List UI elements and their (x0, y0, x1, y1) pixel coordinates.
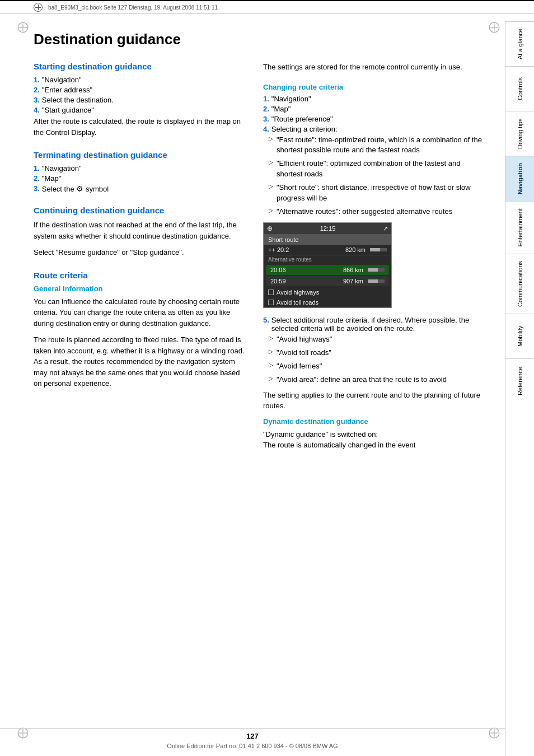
step5-text: Select additional route criteria, if des… (271, 316, 488, 333)
avoid-option-2: "Avoid toll roads" (269, 348, 488, 358)
ss-main-route-row: ++ 20:2 820 km (264, 245, 391, 255)
criteria-item-3: "Short route": short distance, irrespect… (269, 183, 488, 204)
sidebar-tab-mobility[interactable]: Mobility (505, 314, 534, 358)
ss-plus-time: ++ 20:2 (268, 246, 289, 253)
terminating-title: Terminating destination guidance (34, 150, 246, 160)
changing-step-2: 2. "Map" (263, 105, 488, 113)
remote-note: The settings are stored for the remote c… (263, 62, 488, 73)
avoid-options-list: "Avoid highways" "Avoid toll roads" "Avo… (269, 334, 488, 385)
general-para2: The route is planned according to fixed … (34, 334, 246, 389)
ss-bar-alt2 (368, 279, 385, 283)
sidebar-tab-communications[interactable]: Communications (505, 254, 534, 314)
ss-alt2-time: 20:59 (270, 278, 286, 284)
starting-step-4: 4. "Start guidance" (34, 106, 246, 114)
sidebar-tab-navigation[interactable]: Navigation (505, 156, 534, 201)
ss-short-route-label: Short route (268, 236, 298, 243)
page-number: 127 (0, 732, 505, 740)
sidebar-tab-entertainment[interactable]: Entertainment (505, 201, 534, 253)
crosshair-icon-top (34, 3, 43, 12)
ss-checkbox-highways: Avoid highways (264, 287, 391, 297)
changing-subtitle: Changing route criteria (263, 83, 488, 91)
footer: 127 Online Edition for Part no. 01 41 2 … (0, 728, 505, 749)
ss-time: 12:15 (320, 225, 336, 232)
terminating-step-1: 1. "Navigation" (34, 164, 246, 172)
starting-step-3: 3. Select the destination. (34, 96, 246, 104)
avoid-option-3: "Avoid ferries" (269, 361, 488, 372)
step5-item: 5. Select additional route criteria, if … (263, 316, 488, 333)
section-continuing: Continuing destination guidance If the d… (34, 206, 246, 258)
right-column: The settings are stored for the remote c… (263, 62, 488, 463)
dynamic-text: "Dynamic guidance" is switched on:The ro… (263, 429, 488, 451)
section-changing-route: Changing route criteria 1. "Navigation" … (263, 83, 488, 451)
ss-cb-toll (268, 300, 274, 305)
corner-tl (17, 21, 29, 34)
two-column-layout: Starting destination guidance 1. "Naviga… (34, 62, 488, 463)
criteria-item-1: "Fast route": time-optimized route, whic… (269, 135, 488, 156)
criteria-item-2: "Efficient route": optimized combination… (269, 158, 488, 180)
left-column: Starting destination guidance 1. "Naviga… (34, 62, 246, 463)
terminating-step-3: 3. Select the ⚙ symbol (34, 184, 246, 193)
main-content: Destination guidance Starting destinatio… (0, 14, 505, 474)
dynamic-subtitle: Dynamic destination guidance (263, 417, 488, 426)
ss-alt-row-1: 20:06 866 km (266, 265, 389, 275)
sidebar-tab-at-a-glance[interactable]: At a glance (505, 21, 534, 66)
page-title: Destination guidance (34, 31, 488, 48)
section-starting: Starting destination guidance 1. "Naviga… (34, 62, 246, 138)
ss-alt1-dist: 866 km (343, 267, 363, 273)
ss-main-dist: 820 km (345, 246, 366, 253)
corner-tr (488, 21, 500, 34)
terminating-step-2: 2. "Map" (34, 174, 246, 183)
ss-expand: ↗ (383, 225, 388, 232)
starting-step-1: 1. "Navigation" (34, 76, 246, 84)
continuing-title: Continuing destination guidance (34, 206, 246, 215)
ss-avoid-toll: Avoid toll roads (277, 299, 318, 306)
route-criteria-title: Route criteria (34, 270, 246, 280)
top-strip: ba8_E90M3_cic.book Seite 127 Dienstag, 1… (0, 0, 534, 14)
setting-note: The setting applies to the current route… (263, 390, 488, 412)
ss-alt2-dist: 907 km (343, 278, 363, 284)
ss-cb-highways (268, 290, 274, 295)
changing-step-1: 1. "Navigation" (263, 95, 488, 103)
continuing-para1: If the destination was not reached at th… (34, 220, 246, 241)
changing-step-3: 3. "Route preference" (263, 115, 488, 123)
ss-alt-row-2: 20:59 907 km (266, 276, 389, 286)
avoid-option-1: "Avoid highways" (269, 334, 488, 345)
starting-note: After the route is calculated, the route… (34, 116, 246, 138)
ss-bar-main (370, 248, 387, 251)
ss-header: ⊕ 12:15 ↗ (264, 223, 391, 235)
general-info-subtitle: General information (34, 284, 246, 293)
ss-icon: ⊕ (267, 225, 273, 232)
avoid-option-4: "Avoid area": define an area that the ro… (269, 375, 488, 385)
sidebar-tab-controls[interactable]: Controls (505, 66, 534, 111)
general-para1: You can influence the calculated route b… (34, 296, 246, 329)
ss-short-route-row: Short route (264, 235, 391, 245)
sidebar: At a glance Controls Driving tips Naviga… (505, 21, 534, 756)
section-route-criteria: Route criteria General information You c… (34, 270, 246, 389)
ss-bar-alt1 (368, 268, 385, 272)
ss-alt-routes-label: Alternative routes (264, 255, 391, 264)
ss-alt1-time: 20:06 (270, 267, 286, 273)
sidebar-tab-reference[interactable]: Reference (505, 358, 534, 403)
ss-avoid-highways: Avoid highways (277, 289, 319, 296)
footer-text: Online Edition for Part no. 01 41 2 600 … (0, 743, 505, 749)
starting-title: Starting destination guidance (34, 62, 246, 71)
ss-checkbox-toll: Avoid toll roads (264, 297, 391, 307)
continuing-para2: Select "Resume guidance" or "Stop guidan… (34, 247, 246, 258)
sidebar-tab-driving-tips[interactable]: Driving tips (505, 111, 534, 156)
starting-step-2: 2. "Enter address" (34, 86, 246, 94)
section-terminating: Terminating destination guidance 1. "Nav… (34, 150, 246, 193)
changing-step-4: 4. Selecting a criterion: (263, 125, 488, 133)
criteria-item-4: "Alternative routes": other suggested al… (269, 207, 488, 217)
screenshot-box: ⊕ 12:15 ↗ Short route ++ 20:2 820 km (263, 222, 392, 308)
criteria-list: "Fast route": time-optimized route, whic… (269, 135, 488, 217)
file-info: ba8_E90M3_cic.book Seite 127 Dienstag, 1… (48, 4, 218, 11)
